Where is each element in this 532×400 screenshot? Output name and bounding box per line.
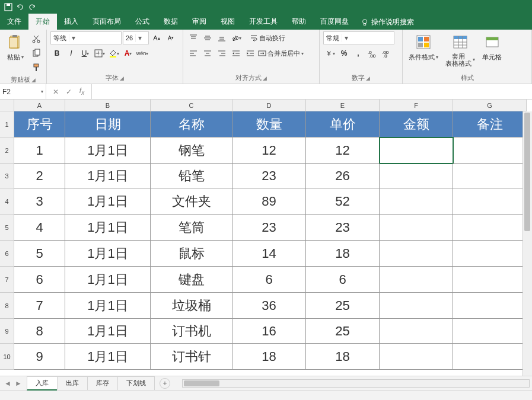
cell[interactable]: 订书机 bbox=[151, 319, 232, 344]
header-cell[interactable]: 数量 bbox=[232, 111, 306, 137]
cell[interactable]: 5 bbox=[14, 241, 65, 267]
cell[interactable]: 12 bbox=[232, 137, 306, 164]
cell[interactable]: 9 bbox=[14, 344, 65, 370]
sheet-nav-prev[interactable]: ◄ bbox=[2, 378, 13, 389]
accounting-button[interactable]: ￥▾ bbox=[323, 47, 336, 60]
header-cell[interactable]: 单价 bbox=[306, 111, 380, 137]
align-center-button[interactable] bbox=[201, 47, 214, 60]
cell[interactable] bbox=[453, 241, 527, 267]
sheet-tab[interactable]: 库存 bbox=[87, 376, 118, 391]
cell[interactable] bbox=[453, 215, 527, 241]
cell[interactable] bbox=[453, 137, 527, 164]
cell[interactable]: 铅笔 bbox=[151, 164, 232, 188]
cell[interactable]: 1月1日 bbox=[65, 319, 151, 344]
row-header-5[interactable]: 5 bbox=[0, 215, 14, 241]
align-right-button[interactable] bbox=[215, 47, 228, 60]
cell[interactable]: 26 bbox=[306, 164, 380, 188]
row-header-2[interactable]: 2 bbox=[0, 137, 14, 164]
undo-icon[interactable] bbox=[15, 2, 25, 12]
percent-button[interactable]: % bbox=[337, 47, 351, 60]
select-all-corner[interactable] bbox=[0, 100, 14, 111]
orientation-button[interactable]: ab▾ bbox=[230, 31, 243, 44]
increase-decimal-button[interactable]: .0.00 bbox=[366, 47, 379, 60]
row-header-7[interactable]: 7 bbox=[0, 267, 14, 293]
row-header-4[interactable]: 4 bbox=[0, 188, 14, 215]
row-header-10[interactable]: 10 bbox=[0, 344, 14, 370]
cell[interactable]: 18 bbox=[232, 344, 306, 370]
cell[interactable]: 1月1日 bbox=[65, 267, 151, 293]
cut-button[interactable] bbox=[30, 33, 43, 46]
cell[interactable] bbox=[453, 319, 527, 344]
cell[interactable]: 鼠标 bbox=[151, 241, 232, 267]
col-header-C[interactable]: C bbox=[151, 100, 232, 111]
cell[interactable]: 7 bbox=[14, 293, 65, 319]
cell[interactable]: 52 bbox=[306, 188, 380, 215]
cell[interactable]: 6 bbox=[306, 267, 380, 293]
cell[interactable]: 1月1日 bbox=[65, 215, 151, 241]
menu-layout[interactable]: 页面布局 bbox=[85, 14, 128, 30]
menu-insert[interactable]: 插入 bbox=[57, 14, 85, 30]
cell[interactable]: 1 bbox=[14, 137, 65, 164]
cell[interactable]: 36 bbox=[232, 293, 306, 319]
vscroll-thumb[interactable] bbox=[524, 113, 530, 231]
cell-style-button[interactable]: 单元格 bbox=[480, 31, 504, 63]
font-size-combo[interactable]: 26▾ bbox=[123, 31, 149, 44]
format-painter-button[interactable] bbox=[30, 61, 43, 74]
sheet-tab[interactable]: 下划线 bbox=[117, 376, 155, 391]
decrease-indent-button[interactable] bbox=[230, 47, 243, 60]
fill-color-button[interactable]: ▾ bbox=[107, 47, 120, 60]
menu-review[interactable]: 审阅 bbox=[185, 14, 214, 30]
name-box[interactable]: F2▾ bbox=[0, 84, 46, 99]
fx-button[interactable]: fx bbox=[76, 86, 88, 98]
cell[interactable] bbox=[380, 188, 453, 215]
conditional-format-button[interactable]: 条件格式▾ bbox=[406, 31, 441, 63]
save-icon[interactable] bbox=[4, 2, 13, 12]
cell[interactable]: 1月1日 bbox=[65, 164, 151, 188]
sheet-nav-next[interactable]: ► bbox=[13, 378, 24, 389]
bold-button[interactable]: B bbox=[50, 47, 63, 60]
clipboard-launcher-icon[interactable]: ◢ bbox=[31, 77, 36, 83]
menu-data[interactable]: 数据 bbox=[157, 14, 185, 30]
align-bottom-button[interactable] bbox=[215, 31, 228, 44]
row-header-1[interactable]: 1 bbox=[0, 111, 14, 137]
menu-file[interactable]: 文件 bbox=[0, 14, 28, 30]
cell[interactable] bbox=[380, 319, 453, 344]
cell[interactable]: 18 bbox=[306, 241, 380, 267]
cells-area[interactable]: 序号日期名称数量单价金额备注11月1日钢笔121221月1日铅笔232631月1… bbox=[14, 111, 527, 370]
col-header-F[interactable]: F bbox=[380, 100, 453, 111]
align-top-button[interactable] bbox=[187, 31, 200, 44]
increase-indent-button[interactable] bbox=[244, 47, 257, 60]
row-header-6[interactable]: 6 bbox=[0, 241, 14, 267]
col-header-E[interactable]: E bbox=[306, 100, 380, 111]
decrease-font-button[interactable]: A▾ bbox=[164, 31, 177, 44]
underline-button[interactable]: U▾ bbox=[79, 47, 92, 60]
menu-baidu[interactable]: 百度网盘 bbox=[313, 14, 356, 30]
font-name-combo[interactable]: 等线▾ bbox=[50, 31, 122, 44]
col-header-G[interactable]: G bbox=[453, 100, 527, 111]
menu-help[interactable]: 帮助 bbox=[285, 14, 313, 30]
horizontal-scrollbar[interactable] bbox=[182, 379, 530, 388]
cell[interactable] bbox=[380, 293, 453, 319]
wrap-text-button[interactable]: 自动换行 bbox=[250, 31, 285, 44]
align-left-button[interactable] bbox=[187, 47, 200, 60]
cell[interactable]: 14 bbox=[232, 241, 306, 267]
comma-button[interactable]: , bbox=[352, 47, 365, 60]
cell[interactable]: 1月1日 bbox=[65, 293, 151, 319]
col-header-D[interactable]: D bbox=[232, 100, 306, 111]
header-cell[interactable]: 序号 bbox=[14, 111, 65, 137]
cell[interactable] bbox=[380, 241, 453, 267]
vertical-scrollbar[interactable] bbox=[523, 111, 532, 376]
col-header-B[interactable]: B bbox=[65, 100, 151, 111]
row-header-3[interactable]: 3 bbox=[0, 164, 14, 188]
sheet-tab[interactable]: 出库 bbox=[57, 376, 88, 391]
cell[interactable] bbox=[380, 215, 453, 241]
row-header-8[interactable]: 8 bbox=[0, 293, 14, 319]
cell[interactable]: 钢笔 bbox=[151, 137, 232, 164]
phonetic-button[interactable]: wén▾ bbox=[136, 47, 149, 60]
row-header-9[interactable]: 9 bbox=[0, 319, 14, 344]
cell[interactable]: 4 bbox=[14, 215, 65, 241]
cell[interactable] bbox=[380, 137, 453, 164]
font-launcher-icon[interactable]: ◢ bbox=[120, 75, 124, 81]
border-button[interactable]: ▾ bbox=[93, 47, 106, 60]
table-format-button[interactable]: 套用 表格格式▾ bbox=[443, 31, 477, 68]
